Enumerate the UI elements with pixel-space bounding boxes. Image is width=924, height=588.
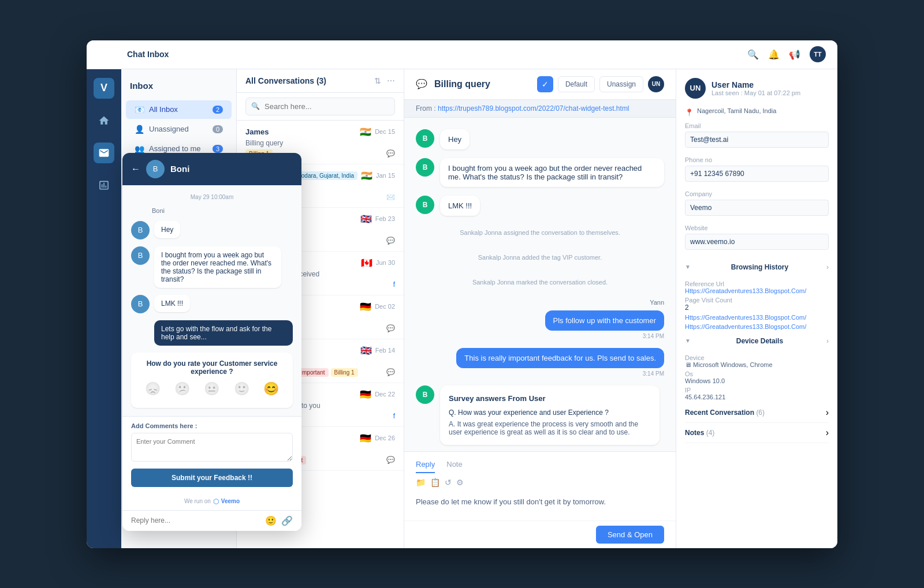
ip-value: 45.64.236.121 xyxy=(685,394,829,400)
widget-emoji-4[interactable]: 🙂 xyxy=(234,381,249,396)
widget-msg-avatar-3: B xyxy=(131,295,150,313)
company-label: Company xyxy=(685,190,829,197)
sender-avatar: B xyxy=(416,196,434,214)
survey-title: Survey answers From User xyxy=(449,394,651,403)
sidebar-item-inbox[interactable] xyxy=(94,143,114,163)
chat-header-icon: 💬 xyxy=(416,78,427,89)
widget-footer-text: We run on xyxy=(184,498,211,504)
page-visit-count: 2 xyxy=(685,304,829,312)
survey-card: Survey answers From User Q. How was your… xyxy=(440,385,660,445)
phone-section: Phone no +91 12345 67890 xyxy=(685,156,829,182)
widget-emoji-1[interactable]: 😞 xyxy=(145,381,161,396)
widget-emoji-5[interactable]: 😊 xyxy=(263,381,279,396)
agent-time: 3:14 PM xyxy=(643,333,664,339)
send-open-btn[interactable]: Send & Open xyxy=(596,526,664,544)
chat-messages: B Hey B I bought from you a week ago but… xyxy=(404,118,676,451)
ref-url[interactable]: Https://Greatadventures133.Blogspot.Com/ xyxy=(685,287,829,294)
sidebar-item-home[interactable] xyxy=(94,110,114,131)
user-meta: Last seen : May 01 at 07:22 pm xyxy=(711,89,800,96)
conv-subject: Billing query xyxy=(245,139,395,147)
conv-date: Dec 22 xyxy=(375,391,395,398)
browsing-content: Reference Url Https://Greatadventures133… xyxy=(685,280,829,330)
widget-back-btn[interactable]: ← xyxy=(131,164,140,174)
more-icon[interactable]: ⋯ xyxy=(387,76,395,85)
user-avatar[interactable]: TT xyxy=(810,46,826,62)
conv-date: Dec 02 xyxy=(375,303,395,310)
widget-bot-bubble: Lets go with the flow and ask for the he… xyxy=(154,320,293,346)
user-location-row: 📍 Nagercoil, Tamil Nadu, India xyxy=(685,107,829,117)
widget-emoji-row: 😞 😕 😐 🙂 😊 xyxy=(138,381,286,396)
chevron-icon: ▼ xyxy=(685,264,691,270)
ip-label: IP xyxy=(685,387,829,394)
device-section-header[interactable]: ▼ Device Details › xyxy=(685,332,829,350)
conv-date: Feb 23 xyxy=(375,215,395,222)
conv-channel-icon: f xyxy=(393,280,395,289)
assigned-badge: 3 xyxy=(213,145,223,153)
message-row: B I bought from you a week ago but the o… xyxy=(416,158,664,187)
unassigned-badge: 0 xyxy=(213,125,223,133)
filter-icon[interactable]: ⇅ xyxy=(374,76,381,85)
widget-emoji-2[interactable]: 😕 xyxy=(174,381,190,396)
chat-panel: 💬 Billing query ✓ Default Unassign UN Fr… xyxy=(404,69,676,548)
reply-icon-4[interactable]: ⚙ xyxy=(456,478,464,487)
default-btn[interactable]: Default xyxy=(558,76,595,92)
search-icon[interactable]: 🔍 xyxy=(747,49,759,60)
agent-message-row: Yann Pls follow up with the customer 3:1… xyxy=(416,299,664,339)
conv-flag: 🇩🇪 xyxy=(360,389,371,400)
widget-comment-section: Add Comments here : Submit your Feedback… xyxy=(122,416,301,493)
inbox-item-allinbox[interactable]: 📧 All Inbox 2 xyxy=(126,100,232,119)
chevron-right-icon: › xyxy=(826,407,829,418)
widget-emoji-btn[interactable]: 🙂 xyxy=(265,515,277,526)
sender-avatar: B xyxy=(416,385,434,404)
conv-name: James xyxy=(245,128,269,136)
message-row: B Hey xyxy=(416,129,664,149)
inbox-title: Inbox xyxy=(121,78,236,99)
notes-row[interactable]: Notes (4) › xyxy=(685,423,829,443)
conv-tag: Billing 1 xyxy=(331,368,358,377)
agent-name: Yann xyxy=(650,299,664,306)
app-title: Chat Inbox xyxy=(127,50,747,59)
user-avatar-right: UN xyxy=(685,78,706,99)
reply-tab[interactable]: Reply xyxy=(416,456,435,473)
widget-reply-input[interactable] xyxy=(131,516,260,525)
ref-label: Reference Url xyxy=(685,280,829,287)
reply-icon-2[interactable]: 📋 xyxy=(430,478,440,487)
widget-emoji-3[interactable]: 😐 xyxy=(204,381,219,396)
conv-channel-icon: 💬 xyxy=(386,149,395,158)
device-title: Device Details xyxy=(736,337,783,345)
widget-attach-btn[interactable]: 🔗 xyxy=(281,515,293,526)
conv-channel-icon: 💬 xyxy=(386,456,395,465)
recent-url-2[interactable]: Https://Greatadventures133.Blogspot.Com/ xyxy=(685,323,829,330)
widget-comment-input[interactable] xyxy=(131,433,293,462)
widget-header: ← B Boni xyxy=(122,153,301,185)
widget-avatar: B xyxy=(146,160,165,178)
agent-bubble: This is really important feedback for us… xyxy=(456,348,664,368)
notification-icon[interactable]: 📢 xyxy=(789,49,800,60)
sender-avatar: B xyxy=(416,158,434,177)
sidebar-item-reports[interactable] xyxy=(94,175,114,196)
unassign-btn[interactable]: Unassign xyxy=(599,76,643,92)
check-btn[interactable]: ✓ xyxy=(537,76,553,92)
reply-text[interactable]: Please do let me know if you still don't… xyxy=(404,492,676,520)
recent-conv-row[interactable]: Recent Conversation (6) › xyxy=(685,403,829,423)
device-label: Device xyxy=(685,354,829,361)
conv-channel-icon: 💬 xyxy=(386,237,395,245)
recent-url-1[interactable]: Https://Greatadventures133.Blogspot.Com/ xyxy=(685,314,829,321)
survey-answer: A. It was great experience the process i… xyxy=(449,420,651,436)
page-visit-label: Page Visit Count xyxy=(685,297,829,304)
conv-channel-icon: ✉️ xyxy=(386,193,395,201)
conv-search-input[interactable] xyxy=(245,98,395,115)
widget-bot-row: Lets go with the flow and ask for the he… xyxy=(131,320,293,346)
note-tab[interactable]: Note xyxy=(446,456,462,473)
widget-submit-btn[interactable]: Submit your Feedback !! xyxy=(131,469,293,487)
inbox-item-unassigned[interactable]: 👤 Unassigned 0 xyxy=(126,120,232,138)
website-value: www.veemo.io xyxy=(685,234,829,250)
reply-icon-1[interactable]: 📁 xyxy=(416,478,426,487)
bell-icon[interactable]: 🔔 xyxy=(768,49,780,60)
widget-title: Boni xyxy=(170,164,189,174)
reply-icon-3[interactable]: ↺ xyxy=(445,478,452,487)
browsing-title: Browsing History xyxy=(731,263,788,271)
chat-from-url[interactable]: https://trupesh789.blogspot.com/2022/07/… xyxy=(438,104,629,113)
browsing-section-header[interactable]: ▼ Browsing History › xyxy=(685,259,829,276)
message-bubble: I bought from you a week ago but the ord… xyxy=(440,158,664,187)
